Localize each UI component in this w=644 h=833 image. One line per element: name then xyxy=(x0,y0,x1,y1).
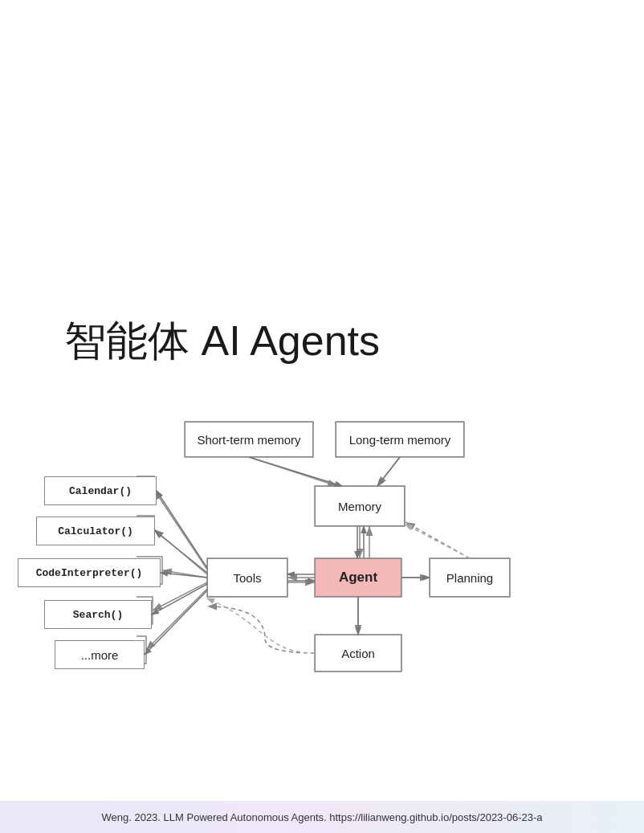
planning-label: Planning xyxy=(446,571,493,585)
footer-text: Weng. 2023. LLM Powered Autonomous Agent… xyxy=(101,811,542,823)
code-interpreter-label: CodeInterpreter() xyxy=(36,567,143,579)
planning-box: Planning xyxy=(430,558,510,597)
footer-bar: Weng. 2023. LLM Powered Autonomous Agent… xyxy=(0,801,644,833)
calculator-label: Calculator() xyxy=(58,525,133,537)
page-title: 智能体 AI Agents xyxy=(64,313,380,370)
agent-box: Agent xyxy=(315,558,401,597)
calendar-label: Calendar() xyxy=(69,485,132,497)
memory-label: Memory xyxy=(338,500,381,513)
search-label: Search() xyxy=(73,609,123,621)
action-label: Action xyxy=(341,647,375,660)
short-term-memory-label: Short-term memory xyxy=(197,433,300,447)
tools-label: Tools xyxy=(233,571,261,585)
code-interpreter-box: CodeInterpreter() xyxy=(18,558,161,587)
action-box: Action xyxy=(315,635,401,672)
calendar-box: Calendar() xyxy=(44,476,157,505)
long-term-memory-label: Long-term memory xyxy=(349,433,451,447)
more-label: ...more xyxy=(81,648,119,662)
long-term-memory-box: Long-term memory xyxy=(336,422,464,457)
calculator-box: Calculator() xyxy=(36,517,155,545)
short-term-memory-box: Short-term memory xyxy=(185,422,313,457)
memory-box: Memory xyxy=(315,486,405,526)
tools-box: Tools xyxy=(207,558,287,597)
more-box: ...more xyxy=(55,640,145,669)
agent-label: Agent xyxy=(339,570,377,586)
search-box: Search() xyxy=(44,600,152,629)
